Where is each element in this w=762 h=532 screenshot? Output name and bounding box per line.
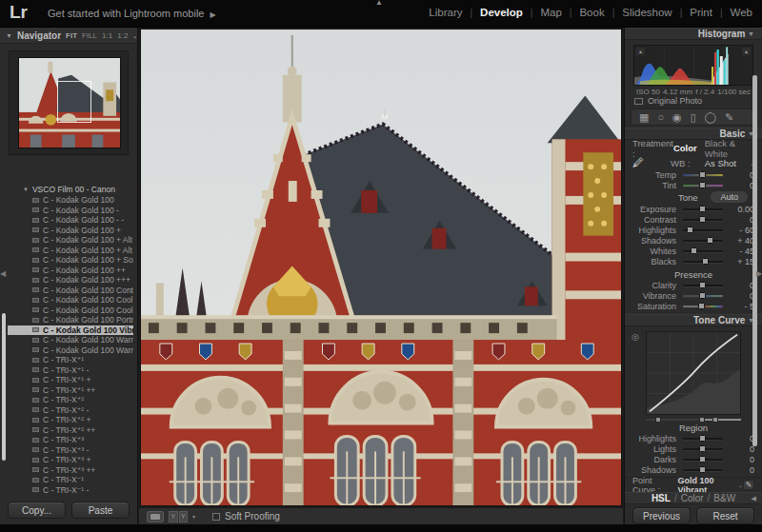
- hsl-panel-header[interactable]: HSL / Color / B&W ◀: [625, 492, 762, 504]
- navigator-preview[interactable]: [9, 50, 129, 155]
- slider-thumb[interactable]: [699, 456, 706, 463]
- module-tab-web[interactable]: Web: [731, 7, 752, 18]
- slider-thumb[interactable]: [699, 292, 706, 299]
- preset-item[interactable]: C - Kodak Gold 100 ++: [8, 266, 133, 276]
- slider-thumb[interactable]: [699, 282, 706, 288]
- preset-item[interactable]: C - Kodak Gold 100 + Alt 2: [8, 246, 133, 256]
- collapse-triangle-icon[interactable]: ▼: [23, 187, 29, 192]
- preset-item[interactable]: C - TRI-X⁺¹ -: [8, 365, 133, 376]
- preset-item[interactable]: C - TRI-X⁺³ ++: [8, 465, 133, 476]
- slider-thumb[interactable]: [699, 182, 706, 188]
- radial-filter-icon[interactable]: ◯: [705, 109, 716, 125]
- slider-track[interactable]: [683, 469, 723, 471]
- navigator-thumbnail[interactable]: [18, 57, 121, 148]
- red-eye-icon[interactable]: ◉: [672, 109, 682, 125]
- curve-split-handle[interactable]: [699, 417, 705, 423]
- preset-item[interactable]: C - TRI-X⁺³: [8, 435, 133, 445]
- slider-track[interactable]: [683, 240, 723, 242]
- slider-track[interactable]: [683, 174, 723, 176]
- slider-track[interactable]: [683, 295, 723, 297]
- treatment-color-option[interactable]: Color: [673, 143, 697, 153]
- preset-item[interactable]: C - Kodak Gold 100 + Alt: [8, 235, 133, 246]
- navigator-view-rectangle[interactable]: [57, 81, 91, 122]
- slider-thumb[interactable]: [699, 445, 706, 452]
- preset-item[interactable]: C - TRI-X⁺¹: [8, 355, 133, 365]
- navigator-header[interactable]: ▼ Navigator FITFILL1:11:2 ⌄: [0, 28, 137, 44]
- navigator-zoom-fill[interactable]: FILL: [82, 31, 97, 40]
- histogram-header[interactable]: Histogram ▼: [625, 28, 762, 40]
- slider-track[interactable]: [683, 219, 723, 221]
- preset-item[interactable]: C - Kodak Gold 100 Cool +: [8, 305, 133, 316]
- module-tab-print[interactable]: Print: [690, 7, 712, 18]
- module-tab-map[interactable]: Map: [540, 7, 561, 18]
- bw-tab[interactable]: B&W: [713, 493, 735, 503]
- preset-item[interactable]: C - TRI-X⁺²: [8, 395, 133, 405]
- preset-item[interactable]: C - Kodak Gold 100 -: [8, 206, 133, 216]
- auto-tone-button[interactable]: Auto: [710, 190, 749, 204]
- preset-item[interactable]: C - Kodak Gold 100 +: [8, 226, 133, 236]
- edit-point-curve-icon[interactable]: ✎: [743, 480, 754, 490]
- curve-split-track-light[interactable]: [700, 419, 741, 421]
- loupe-view-icon[interactable]: [147, 511, 164, 522]
- slider-thumb[interactable]: [699, 206, 706, 212]
- wb-eyedropper-icon[interactable]: 🖉: [632, 156, 644, 169]
- histogram-graph[interactable]: ▲ ▲: [633, 45, 753, 86]
- slider-track[interactable]: [683, 285, 723, 286]
- preset-item[interactable]: C - Kodak Gold 100 Warm +: [8, 345, 133, 356]
- module-tab-develop[interactable]: Develop: [480, 7, 523, 18]
- photo-canvas[interactable]: [140, 29, 622, 506]
- before-after-icon[interactable]: YY: [169, 511, 188, 522]
- slider-thumb[interactable]: [699, 216, 706, 223]
- navigator-zoom-1:1[interactable]: 1:1: [102, 31, 112, 40]
- copy-button[interactable]: Copy...: [8, 502, 66, 519]
- slider-track[interactable]: [683, 250, 723, 252]
- collapse-triangle-icon[interactable]: ▼: [748, 30, 754, 37]
- zoom-dropdown-icon[interactable]: ⌄: [132, 32, 137, 39]
- right-panel-scrollbar[interactable]: [752, 75, 757, 446]
- right-panel-collapse-icon[interactable]: ▶: [756, 269, 762, 278]
- slider-track[interactable]: [683, 261, 723, 263]
- preset-item[interactable]: C - Kodak Gold 100 + Soft...: [8, 255, 133, 266]
- adjustment-brush-icon[interactable]: ✎: [725, 109, 733, 125]
- slider-thumb[interactable]: [698, 303, 705, 309]
- slider-thumb[interactable]: [687, 227, 693, 233]
- slider-thumb[interactable]: [691, 247, 697, 254]
- preset-item[interactable]: C - Kodak Gold 100 Portrait: [8, 315, 133, 325]
- preset-item[interactable]: C - TRI-X⁺¹ ++: [8, 385, 133, 396]
- preset-item[interactable]: C - TRI-X⁺³ -: [8, 445, 133, 456]
- left-panel-collapse-icon[interactable]: ◀: [0, 269, 6, 278]
- reset-button[interactable]: Reset: [696, 507, 754, 524]
- slider-track[interactable]: [683, 305, 723, 307]
- soft-proofing-checkbox[interactable]: [212, 513, 220, 521]
- crop-overlay-icon[interactable]: ▦: [639, 109, 649, 125]
- preset-item[interactable]: C - Kodak Gold 100: [8, 195, 133, 206]
- filmstrip-collapsed-bar[interactable]: ▲: [0, 524, 762, 532]
- curve-split-handle[interactable]: [655, 417, 661, 423]
- slider-track[interactable]: [683, 229, 723, 231]
- slider-thumb[interactable]: [699, 435, 706, 442]
- preset-item[interactable]: C - TRI-X⁺² +: [8, 415, 133, 425]
- spot-removal-icon[interactable]: ○: [657, 109, 664, 125]
- previous-button[interactable]: Previous: [632, 507, 691, 524]
- preset-item[interactable]: C - Kodak Gold 100 +++: [8, 275, 133, 286]
- hsl-tab[interactable]: HSL: [652, 493, 671, 503]
- before-after-dropdown-icon[interactable]: ▾: [192, 513, 195, 520]
- preset-item[interactable]: C - TRI-X⁺² ++: [8, 425, 133, 436]
- preset-item[interactable]: C - Kodak Gold 100 - -: [8, 215, 133, 226]
- preset-item[interactable]: C - TRI-X⁻¹: [8, 475, 133, 485]
- preset-item[interactable]: C - TRI-X⁻¹ -: [8, 485, 133, 496]
- tone-curve-header[interactable]: Tone Curve ▼: [625, 314, 762, 326]
- slider-track[interactable]: [683, 438, 723, 440]
- curve-split-handle[interactable]: [712, 417, 718, 423]
- color-tab[interactable]: Color: [681, 493, 704, 503]
- slider-track[interactable]: [683, 459, 723, 461]
- tone-curve-graph[interactable]: ◎: [646, 331, 741, 415]
- slider-thumb[interactable]: [707, 237, 713, 244]
- preset-item[interactable]: C - Kodak Gold 100 Cool: [8, 295, 133, 305]
- preset-item[interactable]: C - TRI-X⁺³ +: [8, 455, 133, 465]
- graduated-filter-icon[interactable]: ▯: [691, 109, 696, 125]
- slider-track[interactable]: [683, 208, 723, 210]
- slider-thumb[interactable]: [699, 171, 706, 178]
- preset-item[interactable]: C - TRI-X⁺¹ +: [8, 375, 133, 385]
- slider-thumb[interactable]: [702, 258, 709, 265]
